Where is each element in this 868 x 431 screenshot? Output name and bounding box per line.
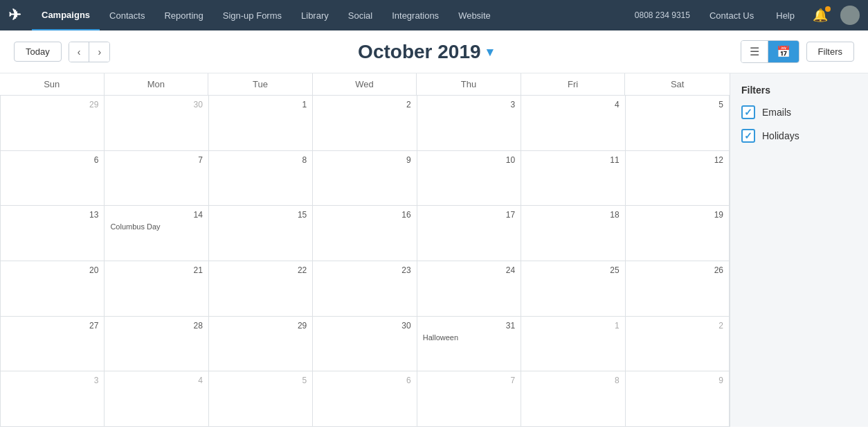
day-number: 4 — [527, 100, 619, 109]
cal-cell[interactable]: 28 — [105, 317, 208, 372]
cal-cell[interactable]: 5 — [626, 96, 730, 151]
nav-reporting[interactable]: Reporting — [154, 0, 213, 30]
day-header-sun: Sun — [0, 73, 105, 95]
cal-cell[interactable]: 31Halloween — [417, 317, 521, 372]
day-number: 5 — [631, 100, 723, 109]
day-number: 3 — [423, 100, 515, 109]
day-number: 22 — [215, 265, 307, 275]
day-number: 5 — [215, 376, 307, 385]
navbar: ✈ Campaigns Contacts Reporting Sign-up F… — [0, 0, 868, 30]
cal-cell[interactable]: 1 — [209, 96, 313, 151]
list-view-button[interactable]: ☰ — [741, 41, 768, 62]
cal-cell[interactable]: 3 — [417, 96, 521, 151]
nav-contacts[interactable]: Contacts — [100, 0, 154, 30]
cal-cell[interactable]: 20 — [1, 261, 105, 317]
day-number: 2 — [631, 321, 723, 331]
cal-cell[interactable]: 8 — [521, 371, 625, 427]
prev-month-button[interactable]: ‹ — [69, 42, 89, 62]
cal-cell[interactable]: 10 — [417, 151, 521, 206]
cal-cell[interactable]: 6 — [313, 371, 417, 427]
day-number: 9 — [318, 155, 410, 165]
cal-cell[interactable]: 29 — [209, 317, 313, 372]
day-header-mon: Mon — [105, 73, 209, 95]
cal-cell[interactable]: 22 — [209, 261, 313, 317]
filters-button[interactable]: Filters — [806, 42, 854, 62]
nav-integrations[interactable]: Integrations — [382, 0, 449, 30]
nav-website[interactable]: Website — [449, 0, 500, 30]
cal-cell[interactable]: 1 — [521, 317, 625, 372]
cal-cell[interactable]: 12 — [626, 151, 730, 206]
cal-cell[interactable]: 4 — [521, 96, 625, 151]
cal-cell[interactable]: 23 — [313, 261, 417, 317]
day-number: 23 — [318, 265, 410, 275]
cal-cell[interactable]: 30 — [105, 96, 208, 151]
filter-holidays-label: Holidays — [762, 130, 799, 141]
cal-cell[interactable]: 26 — [626, 261, 730, 317]
day-header-thu: Thu — [417, 73, 521, 95]
day-number: 28 — [110, 321, 202, 331]
cal-cell[interactable]: 17 — [417, 206, 521, 261]
nav-campaigns[interactable]: Campaigns — [32, 0, 100, 30]
day-number: 6 — [6, 155, 98, 165]
notification-bell[interactable]: 🔔 — [807, 8, 833, 23]
nav-contact-us[interactable]: Contact Us — [700, 0, 763, 30]
day-number: 13 — [6, 210, 98, 220]
day-number: 14 — [110, 210, 202, 220]
day-number: 17 — [423, 210, 515, 220]
filter-holidays: ✓ Holidays — [741, 129, 857, 143]
cal-cell[interactable]: 4 — [105, 371, 208, 427]
day-number: 16 — [318, 210, 410, 220]
day-number: 7 — [423, 376, 515, 385]
cal-cell[interactable]: 30 — [313, 317, 417, 372]
filter-emails-checkbox[interactable]: ✓ — [741, 105, 755, 119]
cal-cell[interactable]: 15 — [209, 206, 313, 261]
cal-cell[interactable]: 13 — [1, 206, 105, 261]
day-header-sat: Sat — [625, 73, 730, 95]
nav-library[interactable]: Library — [291, 0, 338, 30]
cal-cell[interactable]: 7 — [105, 151, 208, 206]
cal-cell[interactable]: 9 — [626, 371, 730, 427]
day-header-fri: Fri — [521, 73, 626, 95]
day-number: 30 — [110, 100, 202, 109]
avatar[interactable] — [840, 6, 860, 25]
cal-cell[interactable]: 8 — [209, 151, 313, 206]
logo-icon: ✈ — [8, 6, 21, 24]
today-button[interactable]: Today — [14, 42, 62, 62]
cal-cell[interactable]: 25 — [521, 261, 625, 317]
day-number: 6 — [318, 376, 410, 385]
filter-holidays-checkbox[interactable]: ✓ — [741, 129, 755, 143]
cal-cell[interactable]: 2 — [313, 96, 417, 151]
calendar-main: SunMonTueWedThuFriSat 293012345678910111… — [0, 73, 730, 427]
day-number: 12 — [631, 155, 723, 165]
cal-cell[interactable]: 6 — [1, 151, 105, 206]
cal-cell[interactable]: 2 — [626, 317, 730, 372]
check-icon: ✓ — [744, 107, 752, 118]
nav-help[interactable]: Help — [766, 0, 804, 30]
cal-cell[interactable]: 27 — [1, 317, 105, 372]
cal-cell[interactable]: 7 — [417, 371, 521, 427]
month-dropdown-icon[interactable]: ▾ — [487, 44, 493, 60]
cal-cell[interactable]: 9 — [313, 151, 417, 206]
cal-cell[interactable]: 24 — [417, 261, 521, 317]
cal-cell[interactable]: 18 — [521, 206, 625, 261]
day-number: 4 — [110, 376, 202, 385]
cal-cell[interactable]: 3 — [1, 371, 105, 427]
calendar-view-button[interactable]: 📅 — [768, 41, 799, 62]
cal-cell[interactable]: 5 — [209, 371, 313, 427]
day-number: 11 — [527, 155, 619, 165]
nav-social[interactable]: Social — [338, 0, 382, 30]
holiday-label: Halloween — [423, 333, 515, 342]
cal-cell[interactable]: 16 — [313, 206, 417, 261]
filter-emails: ✓ Emails — [741, 105, 857, 119]
cal-cell[interactable]: 14Columbus Day — [105, 206, 208, 261]
cal-cell[interactable]: 29 — [1, 96, 105, 151]
notification-dot — [825, 6, 831, 12]
day-number: 15 — [215, 210, 307, 220]
nav-signup-forms[interactable]: Sign-up Forms — [213, 0, 291, 30]
calendar-grid: 29301234567891011121314Columbus Day15161… — [0, 96, 730, 427]
cal-cell[interactable]: 19 — [626, 206, 730, 261]
cal-cell[interactable]: 11 — [521, 151, 625, 206]
day-number: 2 — [318, 100, 410, 109]
next-month-button[interactable]: › — [89, 42, 109, 62]
cal-cell[interactable]: 21 — [105, 261, 208, 317]
